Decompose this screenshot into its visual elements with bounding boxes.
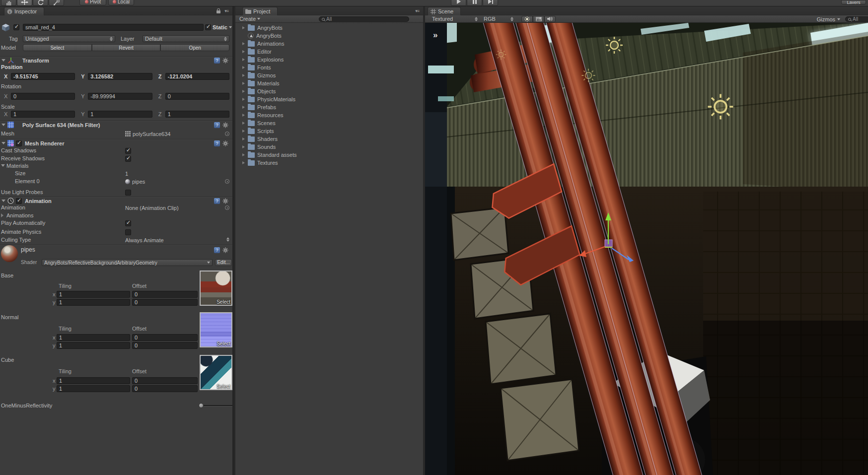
element0-object-field[interactable]: pipes <box>125 178 145 185</box>
lighting-toggle-button[interactable] <box>521 16 533 22</box>
base-tiling-x-field[interactable]: 1 <box>57 291 130 298</box>
normal-texture-thumbnail[interactable]: Select <box>200 312 232 347</box>
play-automatically-checkbox[interactable] <box>125 220 131 226</box>
layers-dropdown[interactable]: Layers <box>841 0 866 4</box>
object-name-field[interactable]: small_red_4 <box>23 24 204 31</box>
renderer-enabled-checkbox[interactable] <box>16 140 22 146</box>
base-texture-thumbnail[interactable]: Select <box>200 271 232 306</box>
project-item[interactable]: Materials <box>235 79 423 87</box>
normal-tiling-y-field[interactable]: 1 <box>57 342 130 349</box>
model-select-button[interactable]: Select <box>23 44 92 51</box>
pause-button[interactable] <box>467 0 482 6</box>
project-item[interactable]: Objects <box>235 87 423 95</box>
foldout-icon[interactable] <box>1 59 5 62</box>
mesh-renderer-header[interactable]: Mesh Renderer ? <box>0 139 232 147</box>
project-item[interactable]: AngryBots <box>235 32 423 40</box>
project-item[interactable]: Shaders <box>235 135 423 143</box>
slider-knob[interactable] <box>199 403 204 408</box>
cube-texture-thumbnail[interactable]: Select <box>200 355 232 390</box>
foldout-icon[interactable] <box>1 124 5 126</box>
transform-header[interactable]: Transform ? <box>0 56 232 64</box>
project-item[interactable]: Explosions <box>235 56 423 64</box>
cube-tiling-y-field[interactable]: 1 <box>57 385 130 392</box>
panel-menu-icon[interactable]: ▾≡ <box>224 8 228 13</box>
project-item[interactable]: Scripts <box>235 127 423 135</box>
rotate-tool-button[interactable] <box>33 0 48 6</box>
size-value[interactable]: 1 <box>125 171 128 177</box>
cube-offset-x-field[interactable]: 0 <box>132 377 198 384</box>
tab-project[interactable]: Project <box>242 7 278 15</box>
tab-inspector[interactable]: i Inspector <box>4 7 44 15</box>
animation-header[interactable]: Animation ? <box>0 197 232 204</box>
animations-foldout-row[interactable]: Animations <box>0 212 232 219</box>
project-item[interactable]: Fonts <box>235 64 423 71</box>
object-picker-icon[interactable] <box>225 179 229 184</box>
move-tool-button[interactable] <box>17 0 32 6</box>
scene-search-input[interactable]: All <box>845 16 868 22</box>
normal-offset-y-field[interactable]: 0 <box>132 342 198 349</box>
normal-tiling-x-field[interactable]: 1 <box>57 334 130 341</box>
play-button[interactable] <box>451 0 466 6</box>
gear-icon[interactable] <box>222 58 228 64</box>
scale-tool-button[interactable] <box>49 0 64 6</box>
audio-toggle-button[interactable] <box>544 16 556 22</box>
animate-physics-checkbox[interactable] <box>125 229 131 235</box>
scene-viewport[interactable]: » <box>425 23 868 475</box>
step-button[interactable] <box>483 0 498 6</box>
hand-tool-button[interactable] <box>1 0 16 6</box>
base-tiling-y-field[interactable]: 1 <box>57 299 130 306</box>
lock-icon[interactable] <box>217 10 220 13</box>
base-offset-y-field[interactable]: 0 <box>132 299 198 306</box>
project-item[interactable]: Scenes <box>235 119 423 127</box>
animation-clip-field[interactable]: None (Animation Clip) <box>125 204 179 211</box>
static-checkbox[interactable] <box>205 24 211 30</box>
help-book-icon[interactable]: ? <box>214 140 220 146</box>
project-item[interactable]: AngryBots <box>235 24 423 32</box>
skybox-toggle-button[interactable] <box>533 16 544 22</box>
model-open-button[interactable]: Open <box>160 44 229 51</box>
project-search-input[interactable]: All <box>319 16 409 22</box>
panel-menu-icon[interactable]: ▾≡ <box>415 8 419 13</box>
cube-select-button[interactable]: Select <box>217 384 230 389</box>
gear-icon[interactable] <box>222 247 228 253</box>
tab-scene[interactable]: Scene <box>428 7 461 15</box>
scale-z-field[interactable]: 1 <box>165 111 229 118</box>
static-toggle[interactable]: Static <box>205 24 232 30</box>
culling-type-dropdown[interactable]: Always Animate <box>125 236 164 244</box>
project-item[interactable]: Textures <box>235 159 423 167</box>
project-item[interactable]: Standard assets <box>235 151 423 159</box>
object-picker-icon[interactable] <box>225 205 229 210</box>
cube-tiling-x-field[interactable]: 1 <box>57 377 130 384</box>
foldout-icon[interactable] <box>1 200 5 202</box>
foldout-icon[interactable] <box>1 164 5 167</box>
camera-chevrons-icon[interactable]: » <box>433 30 437 40</box>
materials-foldout-row[interactable]: Materials <box>0 162 232 170</box>
gizmos-dropdown[interactable]: Gizmos <box>817 15 840 23</box>
foldout-collapsed-icon[interactable] <box>1 213 3 217</box>
cast-shadows-checkbox[interactable] <box>125 148 131 154</box>
help-book-icon[interactable]: ? <box>214 198 220 204</box>
project-item[interactable]: Gizmos <box>235 71 423 79</box>
gear-icon[interactable] <box>222 122 228 128</box>
light-probes-checkbox[interactable] <box>125 190 131 196</box>
position-y-field[interactable]: 3.126582 <box>88 73 152 80</box>
project-item[interactable]: Prefabs <box>235 103 423 111</box>
position-z-field[interactable]: -121.0204 <box>165 73 229 80</box>
project-item[interactable]: Animations <box>235 40 423 48</box>
shader-edit-button[interactable]: Edit... <box>215 259 232 266</box>
project-item[interactable]: Resources <box>235 111 423 119</box>
base-select-button[interactable]: Select <box>217 299 230 305</box>
local-toggle-button[interactable]: Local <box>108 0 134 5</box>
rotation-y-field[interactable]: -89.99994 <box>88 93 152 100</box>
project-item[interactable]: Editor <box>235 48 423 56</box>
rotation-z-field[interactable]: 0 <box>165 93 229 100</box>
mesh-filter-header[interactable]: Poly Surface 634 (Mesh Filter) ? <box>0 121 232 129</box>
tag-dropdown[interactable]: Untagged <box>23 35 115 42</box>
animation-enabled-checkbox[interactable] <box>16 198 22 204</box>
gear-icon[interactable] <box>222 198 228 204</box>
foldout-icon[interactable] <box>1 142 5 144</box>
scale-y-field[interactable]: 1 <box>88 111 152 118</box>
mesh-object-field[interactable]: polySurface634 <box>125 130 170 137</box>
shader-dropdown[interactable]: AngryBots/ReflectiveBackgroundArbitraryG… <box>42 259 213 266</box>
help-book-icon[interactable]: ? <box>214 122 220 128</box>
